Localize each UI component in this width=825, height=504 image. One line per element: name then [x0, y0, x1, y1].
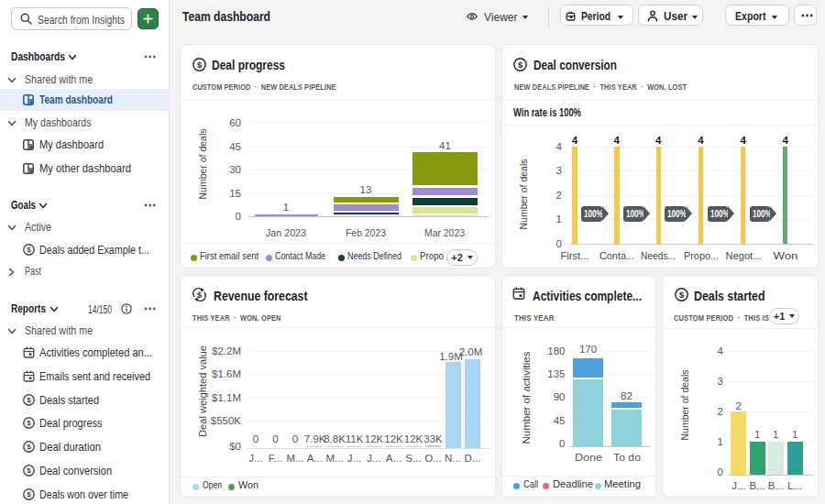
svg-text:$: $ — [197, 290, 202, 300]
svg-text:$: $ — [27, 444, 31, 452]
svg-text:$: $ — [518, 60, 523, 70]
svg-text:$: $ — [197, 60, 203, 70]
svg-text:$: $ — [27, 246, 31, 254]
svg-text:$: $ — [27, 490, 31, 499]
svg-text:$: $ — [27, 396, 31, 404]
svg-text:$: $ — [27, 420, 31, 428]
svg-text:$: $ — [679, 290, 685, 300]
svg-text:$: $ — [27, 466, 31, 475]
